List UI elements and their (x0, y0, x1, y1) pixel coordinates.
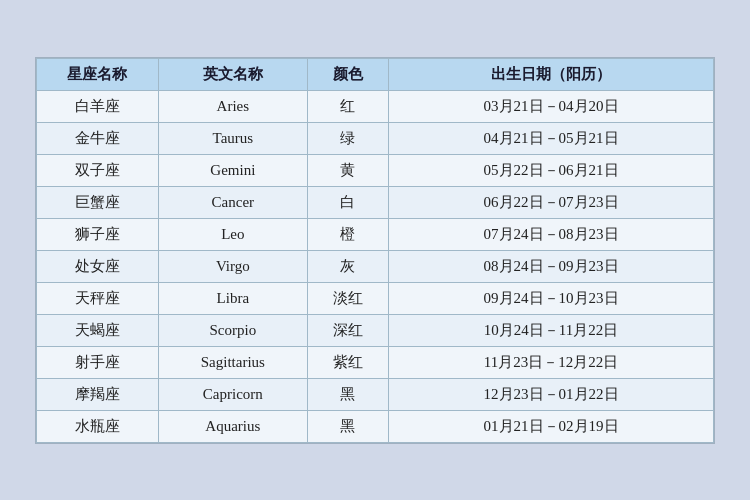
cell-date: 03月21日－04月20日 (389, 90, 714, 122)
cell-color: 红 (307, 90, 388, 122)
cell-date: 06月22日－07月23日 (389, 186, 714, 218)
table-row: 处女座Virgo灰08月24日－09月23日 (37, 250, 714, 282)
cell-english: Taurus (158, 122, 307, 154)
table-row: 巨蟹座Cancer白06月22日－07月23日 (37, 186, 714, 218)
cell-color: 淡红 (307, 282, 388, 314)
cell-date: 09月24日－10月23日 (389, 282, 714, 314)
cell-chinese: 白羊座 (37, 90, 159, 122)
cell-english: Virgo (158, 250, 307, 282)
table-row: 射手座Sagittarius紫红11月23日－12月22日 (37, 346, 714, 378)
cell-chinese: 摩羯座 (37, 378, 159, 410)
cell-date: 08月24日－09月23日 (389, 250, 714, 282)
cell-date: 04月21日－05月21日 (389, 122, 714, 154)
cell-color: 橙 (307, 218, 388, 250)
cell-color: 黑 (307, 378, 388, 410)
cell-date: 12月23日－01月22日 (389, 378, 714, 410)
cell-color: 灰 (307, 250, 388, 282)
cell-english: Gemini (158, 154, 307, 186)
cell-color: 绿 (307, 122, 388, 154)
cell-chinese: 金牛座 (37, 122, 159, 154)
cell-date: 05月22日－06月21日 (389, 154, 714, 186)
table-row: 摩羯座Capricorn黑12月23日－01月22日 (37, 378, 714, 410)
cell-english: Aries (158, 90, 307, 122)
cell-chinese: 射手座 (37, 346, 159, 378)
table-row: 金牛座Taurus绿04月21日－05月21日 (37, 122, 714, 154)
zodiac-table: 星座名称 英文名称 颜色 出生日期（阳历） 白羊座Aries红03月21日－04… (36, 58, 714, 443)
table-row: 天蝎座Scorpio深红10月24日－11月22日 (37, 314, 714, 346)
cell-chinese: 巨蟹座 (37, 186, 159, 218)
table-row: 天秤座Libra淡红09月24日－10月23日 (37, 282, 714, 314)
cell-chinese: 狮子座 (37, 218, 159, 250)
cell-chinese: 天秤座 (37, 282, 159, 314)
table-row: 狮子座Leo橙07月24日－08月23日 (37, 218, 714, 250)
cell-chinese: 天蝎座 (37, 314, 159, 346)
table-row: 水瓶座Aquarius黑01月21日－02月19日 (37, 410, 714, 442)
cell-color: 白 (307, 186, 388, 218)
cell-english: Capricorn (158, 378, 307, 410)
cell-english: Libra (158, 282, 307, 314)
cell-color: 紫红 (307, 346, 388, 378)
cell-english: Leo (158, 218, 307, 250)
header-chinese-name: 星座名称 (37, 58, 159, 90)
cell-english: Sagittarius (158, 346, 307, 378)
table-row: 双子座Gemini黄05月22日－06月21日 (37, 154, 714, 186)
cell-chinese: 处女座 (37, 250, 159, 282)
header-color: 颜色 (307, 58, 388, 90)
cell-date: 10月24日－11月22日 (389, 314, 714, 346)
table-row: 白羊座Aries红03月21日－04月20日 (37, 90, 714, 122)
cell-english: Aquarius (158, 410, 307, 442)
cell-color: 黑 (307, 410, 388, 442)
cell-date: 07月24日－08月23日 (389, 218, 714, 250)
table-header-row: 星座名称 英文名称 颜色 出生日期（阳历） (37, 58, 714, 90)
cell-chinese: 水瓶座 (37, 410, 159, 442)
cell-date: 01月21日－02月19日 (389, 410, 714, 442)
cell-date: 11月23日－12月22日 (389, 346, 714, 378)
cell-color: 深红 (307, 314, 388, 346)
zodiac-table-container: 星座名称 英文名称 颜色 出生日期（阳历） 白羊座Aries红03月21日－04… (35, 57, 715, 444)
cell-english: Scorpio (158, 314, 307, 346)
header-birth-date: 出生日期（阳历） (389, 58, 714, 90)
header-english-name: 英文名称 (158, 58, 307, 90)
cell-color: 黄 (307, 154, 388, 186)
cell-english: Cancer (158, 186, 307, 218)
cell-chinese: 双子座 (37, 154, 159, 186)
